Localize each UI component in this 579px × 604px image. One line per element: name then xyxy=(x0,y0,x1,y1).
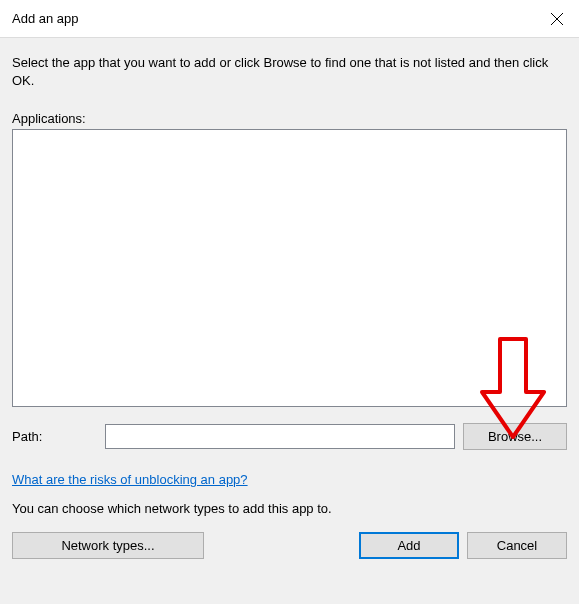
path-input[interactable] xyxy=(105,424,455,449)
dialog-content: Select the app that you want to add or c… xyxy=(0,38,579,571)
instructions-text: Select the app that you want to add or c… xyxy=(12,54,567,89)
close-button[interactable] xyxy=(534,0,579,38)
risks-link[interactable]: What are the risks of unblocking an app? xyxy=(12,472,567,487)
applications-label: Applications: xyxy=(12,111,567,126)
add-button[interactable]: Add xyxy=(359,532,459,559)
spacer xyxy=(212,532,351,559)
applications-listbox[interactable] xyxy=(12,129,567,407)
browse-button[interactable]: Browse... xyxy=(463,423,567,450)
close-icon xyxy=(551,13,563,25)
path-label: Path: xyxy=(12,429,97,444)
network-types-text: You can choose which network types to ad… xyxy=(12,501,567,516)
network-types-button[interactable]: Network types... xyxy=(12,532,204,559)
window-title: Add an app xyxy=(12,11,79,26)
cancel-button[interactable]: Cancel xyxy=(467,532,567,559)
button-row: Network types... Add Cancel xyxy=(12,532,567,559)
path-row: Path: Browse... xyxy=(12,423,567,450)
titlebar: Add an app xyxy=(0,0,579,38)
